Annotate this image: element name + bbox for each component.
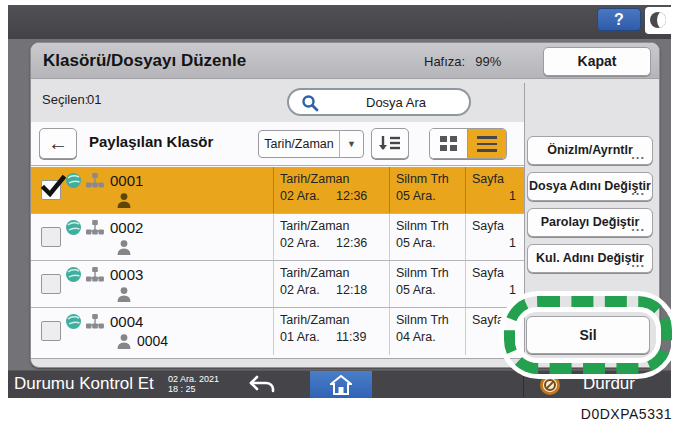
pages-cell: Sayfa1 xyxy=(465,261,524,307)
memory-value: 99% xyxy=(475,54,501,69)
file-type-icon xyxy=(65,313,82,330)
list-view-icon xyxy=(477,136,497,152)
search-placeholder: Dosya Ara xyxy=(341,95,451,110)
file-name: 0001 xyxy=(110,172,143,189)
date-cell: Tarih/Zaman01 Ara.11:39 xyxy=(273,308,389,355)
system-top-bar: ? xyxy=(8,5,671,39)
shared-network-icon xyxy=(86,314,104,329)
ellipsis-icon: ... xyxy=(631,213,645,240)
panel-divider xyxy=(524,83,525,361)
grid-view-icon xyxy=(440,136,457,151)
selected-label: Seçilen: xyxy=(42,92,88,107)
stop-button[interactable]: Durdur xyxy=(583,374,635,394)
sort-descending-icon xyxy=(378,134,402,154)
folder-name: Paylaşılan Klasör xyxy=(89,133,213,150)
list-view-button[interactable] xyxy=(468,129,506,158)
user-icon xyxy=(117,334,131,349)
change-username-button[interactable]: Kul. Adını Değiştir... xyxy=(527,244,653,273)
table-row[interactable]: 0001 Tarih/Zaman02 Ara.12:36 Silnm Trh05… xyxy=(31,167,524,214)
selection-row: Seçilen: 01 Dosya Ara xyxy=(31,80,659,122)
view-toggle xyxy=(429,128,507,159)
rename-file-button[interactable]: Dosya Adını Değiştir... xyxy=(527,172,653,201)
user-icon xyxy=(117,240,131,255)
date-value: 02 Ara. 2021 xyxy=(168,374,219,384)
row-checkbox[interactable] xyxy=(41,274,61,294)
back-button[interactable]: ← xyxy=(39,128,77,159)
date-cell: Tarih/Zaman02 Ara.12:36 xyxy=(273,167,389,213)
selected-count: 01 xyxy=(87,92,101,107)
undo-icon[interactable] xyxy=(248,374,276,396)
file-type-icon xyxy=(65,266,82,283)
file-search-field[interactable]: Dosya Ara xyxy=(287,88,471,116)
list-toolbar: ← Paylaşılan Klasör Tarih/Zaman ▼ xyxy=(31,122,524,166)
delete-date-cell: Silnm Trh05 Ara. xyxy=(389,167,465,213)
file-owner: 0004 xyxy=(137,333,168,349)
home-button[interactable] xyxy=(310,371,372,398)
file-rows: 0001 Tarih/Zaman02 Ara.12:36 Silnm Trh05… xyxy=(31,167,524,355)
device-screen: ? Klasörü/Dosyayı Düzenle Hafıza:99% Kap… xyxy=(8,5,671,398)
home-icon xyxy=(330,375,352,395)
clock: 02 Ara. 202118 : 25 xyxy=(168,374,219,394)
file-name: 0003 xyxy=(110,266,143,283)
table-row[interactable]: 0004 0004 Tarih/Zaman01 Ara.11:39 Silnm … xyxy=(31,308,524,355)
system-bottom-bar: Durumu Kontrol Et 02 Ara. 202118 : 25 Du… xyxy=(8,370,671,398)
row-checkbox[interactable] xyxy=(41,227,61,247)
edit-folder-file-panel: Klasörü/Dosyayı Düzenle Hafıza:99% Kapat… xyxy=(30,42,660,368)
delete-date-cell: Silnm Trh05 Ara. xyxy=(389,214,465,260)
page-title: Klasörü/Dosyayı Düzenle xyxy=(43,51,246,71)
table-row[interactable]: 0002 Tarih/Zaman02 Ara.12:36 Silnm Trh05… xyxy=(31,214,524,261)
help-button[interactable]: ? xyxy=(597,8,641,31)
preview-details-button[interactable]: Önizlm/Ayrntlr... xyxy=(527,136,653,165)
chevron-down-icon: ▼ xyxy=(339,131,363,157)
memory-label: Hafıza: xyxy=(424,54,465,69)
ellipsis-icon: ... xyxy=(631,177,645,204)
date-cell: Tarih/Zaman02 Ara.12:36 xyxy=(273,214,389,260)
shared-network-icon xyxy=(86,220,104,235)
close-button[interactable]: Kapat xyxy=(543,47,651,76)
user-icon xyxy=(117,287,131,302)
file-name: 0004 xyxy=(110,313,143,330)
checkmark-icon xyxy=(40,174,66,200)
pages-cell: Sayfa1 xyxy=(465,214,524,260)
row-checkbox[interactable] xyxy=(41,180,61,200)
shared-network-icon xyxy=(86,267,104,282)
bottom-bar-divider xyxy=(523,373,524,397)
file-list-zone: ← Paylaşılan Klasör Tarih/Zaman ▼ xyxy=(31,122,524,359)
shared-network-icon xyxy=(86,173,104,188)
sort-order-button[interactable] xyxy=(371,128,409,159)
table-row[interactable]: 0003 Tarih/Zaman02 Ara.12:18 Silnm Trh05… xyxy=(31,261,524,308)
pages-cell: Sayfa xyxy=(465,308,524,355)
user-icon xyxy=(117,193,131,208)
delete-button[interactable]: Sil xyxy=(526,316,650,354)
file-type-icon xyxy=(65,219,82,236)
date-cell: Tarih/Zaman02 Ara.12:18 xyxy=(273,261,389,307)
file-type-icon xyxy=(65,172,82,189)
time-value: 18 : 25 xyxy=(168,384,196,394)
row-checkbox[interactable] xyxy=(41,321,61,341)
memory-status: Hafıza:99% xyxy=(424,54,501,69)
search-icon xyxy=(301,94,319,112)
moon-icon xyxy=(650,12,666,28)
ellipsis-icon: ... xyxy=(631,141,645,168)
screenshot-root: ? Klasörü/Dosyayı Düzenle Hafıza:99% Kap… xyxy=(0,0,679,431)
delete-date-cell: Silnm Trh05 Ara. xyxy=(389,261,465,307)
grid-view-button[interactable] xyxy=(430,129,468,158)
file-name: 0002 xyxy=(110,219,143,236)
stop-icon[interactable] xyxy=(539,374,561,396)
delete-date-cell: Silnm Trh04 Ara. xyxy=(389,308,465,355)
panel-title-bar: Klasörü/Dosyayı Düzenle Hafıza:99% Kapat xyxy=(31,43,659,79)
pages-cell: Sayfa1 xyxy=(465,167,524,213)
sleep-mode-button[interactable] xyxy=(645,7,671,34)
change-password-button[interactable]: Parolayı Değiştir... xyxy=(527,208,653,237)
figure-caption: D0DXPA5331 xyxy=(581,406,672,422)
sort-dropdown[interactable]: Tarih/Zaman ▼ xyxy=(258,130,364,158)
ellipsis-icon: ... xyxy=(631,249,645,276)
check-status-button[interactable]: Durumu Kontrol Et xyxy=(14,374,154,394)
sort-dropdown-value: Tarih/Zaman xyxy=(259,137,339,151)
